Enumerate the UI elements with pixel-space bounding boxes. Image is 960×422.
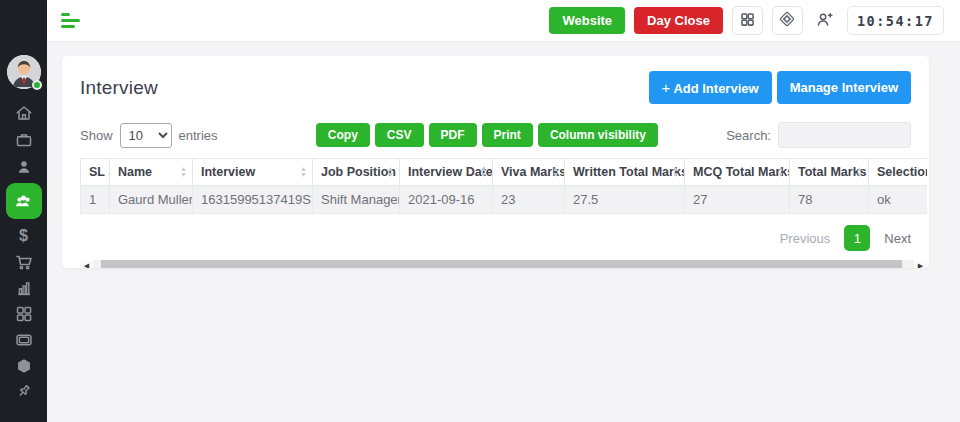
cell-mcq-total-marks: 27	[685, 186, 790, 214]
card-header: Interview +Add Interview Manage Intervie…	[62, 56, 929, 115]
sidebar-item-apps[interactable]	[0, 301, 47, 327]
pagination-current-page[interactable]: 1	[844, 225, 870, 251]
card-body: Show 10 entries Copy CSV PDF Print Colum…	[62, 122, 929, 268]
header-written-total-marks[interactable]: Written Total Marks▲▼	[565, 159, 685, 186]
sidebar-item-user[interactable]	[0, 153, 47, 180]
header-job-position[interactable]: Job Position▲▼	[313, 159, 400, 186]
hexagon-icon	[14, 356, 34, 376]
sort-icon: ▲▼	[552, 166, 559, 178]
column-visibility-button[interactable]: Column visibility	[538, 123, 658, 147]
cell-written-total-marks: 27.5	[565, 186, 685, 214]
pdf-button[interactable]: PDF	[429, 123, 477, 147]
main-content: Interview +Add Interview Manage Intervie…	[47, 42, 960, 422]
cell-interview-date: 2021-09-16	[400, 186, 493, 214]
apps-grid-button[interactable]	[732, 6, 763, 35]
horizontal-scrollbar: ◀ ▶	[80, 260, 927, 268]
interview-table: SL▲ Name▲▼ Interview▲▼ Job Position▲▼ In…	[80, 158, 927, 214]
plus-icon: +	[662, 79, 671, 96]
table-row: 1 Gaurd Muller 16315995137419S Shift Man…	[81, 186, 928, 214]
topbar-actions: Website Day Close 10:54:17	[549, 6, 944, 35]
cell-viva-marks: 23	[493, 186, 565, 214]
cell-selection: ok	[869, 186, 928, 214]
header-mcq-total-marks[interactable]: MCQ Total Marks▲▼	[685, 159, 790, 186]
print-button[interactable]: Print	[482, 123, 533, 147]
copy-button[interactable]: Copy	[316, 123, 370, 147]
table-controls: Show 10 entries Copy CSV PDF Print Colum…	[80, 122, 911, 148]
users-group-icon	[13, 191, 34, 212]
scrollbar-thumb[interactable]	[101, 260, 901, 268]
manage-interview-button[interactable]: Manage Interview	[777, 71, 911, 104]
header-total-marks[interactable]: Total Marks▲▼	[790, 159, 869, 186]
table-wrap: SL▲ Name▲▼ Interview▲▼ Job Position▲▼ In…	[80, 158, 927, 214]
cell-sl: 1	[81, 186, 110, 214]
user-icon	[14, 157, 34, 177]
show-label: Show	[80, 128, 113, 143]
clock-display: 10:54:17	[847, 6, 944, 35]
add-user-button[interactable]	[812, 6, 838, 35]
page-length-control: Show 10 entries	[80, 123, 218, 148]
dollar-icon: $	[19, 228, 28, 244]
home-icon	[14, 103, 34, 123]
header-interview[interactable]: Interview▲▼	[193, 159, 313, 186]
header-sl[interactable]: SL▲	[81, 159, 110, 186]
topbar: Website Day Close 10:54:17	[47, 0, 960, 42]
scroll-right-arrow-icon[interactable]: ▶	[914, 260, 927, 268]
header-actions: +Add Interview Manage Interview	[649, 71, 911, 104]
entries-label: entries	[179, 128, 218, 143]
csv-button[interactable]: CSV	[375, 123, 424, 147]
sidebar-item-tablet[interactable]	[0, 327, 47, 353]
cell-name: Gaurd Muller	[110, 186, 193, 214]
header-name[interactable]: Name▲▼	[110, 159, 193, 186]
sidebar-item-cart[interactable]	[0, 249, 47, 275]
interview-card: Interview +Add Interview Manage Intervie…	[62, 56, 929, 268]
add-user-icon	[815, 10, 834, 32]
scrollbar-track[interactable]	[93, 260, 914, 268]
search-input[interactable]	[778, 122, 911, 148]
sort-icon: ▲▼	[300, 166, 307, 178]
pin-icon	[14, 382, 34, 402]
header-interview-date[interactable]: Interview Date▲▼	[400, 159, 493, 186]
briefcase-icon	[14, 130, 34, 150]
header-selection[interactable]: Selection▲▼	[869, 159, 928, 186]
table-header-row: SL▲ Name▲▼ Interview▲▼ Job Position▲▼ In…	[81, 159, 928, 186]
avatar[interactable]	[7, 55, 41, 89]
sort-icon: ▲▼	[180, 166, 187, 178]
pos-target-button[interactable]	[772, 6, 803, 35]
page-size-select[interactable]: 10	[120, 123, 172, 148]
sort-icon: ▲▼	[387, 166, 394, 178]
add-interview-button[interactable]: +Add Interview	[649, 71, 772, 104]
sidebar-item-home[interactable]	[0, 99, 47, 126]
sidebar-item-hexagon[interactable]	[0, 353, 47, 379]
sidebar-item-chart[interactable]	[0, 275, 47, 301]
cell-interview: 16315995137419S	[193, 186, 313, 214]
sort-icon: ▲▼	[672, 166, 679, 178]
pagination-previous[interactable]: Previous	[780, 231, 831, 246]
search-control: Search:	[726, 122, 911, 148]
pagination: Previous 1 Next	[80, 225, 911, 251]
sidebar-item-pin[interactable]	[0, 379, 47, 405]
day-close-button[interactable]: Day Close	[634, 7, 723, 34]
apps-grid-icon	[739, 11, 756, 31]
sidebar-nav: $	[0, 99, 47, 405]
sidebar-item-users-active[interactable]	[6, 183, 42, 219]
page-title: Interview	[80, 77, 158, 99]
online-status-dot	[32, 80, 42, 90]
sidebar-item-briefcase[interactable]	[0, 126, 47, 153]
sidebar-item-dollar[interactable]: $	[0, 223, 47, 249]
sort-icon: ▲▼	[777, 166, 784, 178]
sort-icon: ▲▼	[480, 166, 487, 178]
pagination-next[interactable]: Next	[884, 231, 911, 246]
website-button[interactable]: Website	[549, 7, 625, 34]
cell-total-marks: 78	[790, 186, 869, 214]
sidebar: $	[0, 0, 47, 422]
export-buttons: Copy CSV PDF Print Column visibility	[286, 123, 658, 147]
bar-chart-icon	[14, 278, 34, 298]
menu-toggle-icon[interactable]	[59, 9, 82, 32]
scroll-left-arrow-icon[interactable]: ◀	[80, 260, 93, 268]
search-label: Search:	[726, 128, 771, 143]
header-viva-marks[interactable]: Viva Marks▲▼	[493, 159, 565, 186]
target-diamond-icon	[778, 10, 796, 31]
cart-icon	[14, 252, 34, 272]
sort-icon: ▲▼	[856, 166, 863, 178]
cell-job-position: Shift Manager	[313, 186, 400, 214]
